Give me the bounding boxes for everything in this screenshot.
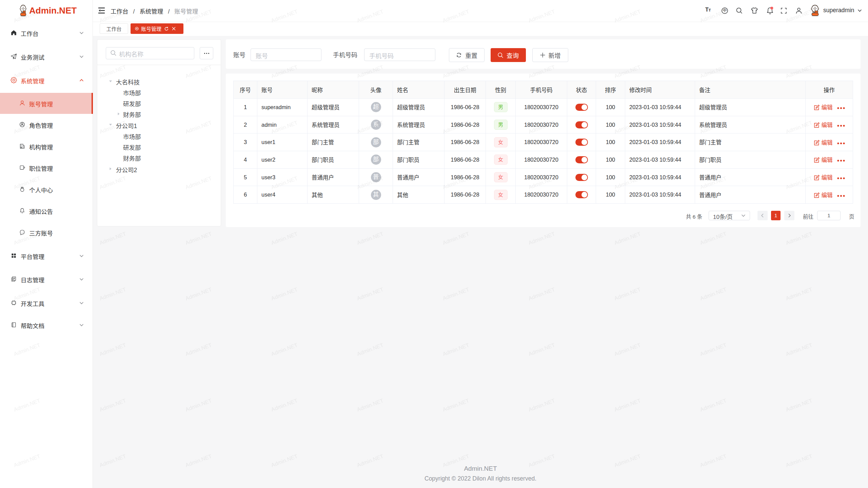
svg-text:中: 中 [723, 7, 727, 13]
